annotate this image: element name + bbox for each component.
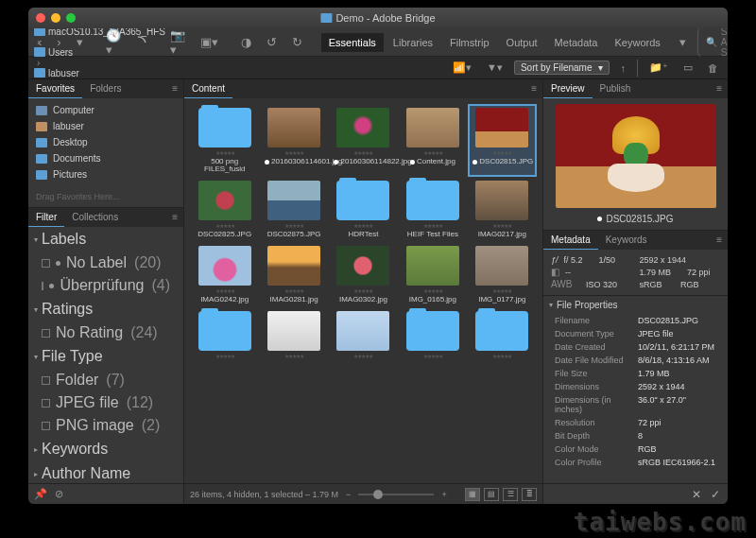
file-properties-header[interactable]: ▾File Properties: [543, 296, 728, 314]
panel-menu-icon[interactable]: ≡: [711, 79, 728, 98]
favorite-item[interactable]: labuser: [28, 118, 183, 134]
filter-item[interactable]: Überprüfung(4): [28, 274, 183, 297]
thumbnail[interactable]: ★★★★★20160306114822.jpg: [331, 106, 396, 175]
thumbnail[interactable]: ★★★★★HDRTest: [331, 179, 396, 240]
metadata-row: Date File Modified8/6/18, 4:13:16 AM: [543, 354, 728, 367]
filter-section-header[interactable]: ▸Author Name: [28, 461, 183, 483]
preview-header: PreviewPublish≡: [543, 79, 728, 98]
panel-tab-filter[interactable]: Filter: [28, 208, 64, 227]
workspace-tab-filmstrip[interactable]: Filmstrip: [442, 33, 497, 52]
workspace-tab-output[interactable]: Output: [499, 33, 545, 52]
preview-filename: DSC02815.JPG: [597, 214, 673, 224]
zoom-out-icon[interactable]: −: [346, 490, 351, 499]
thumbnail[interactable]: ★★★★★IMAG0281.jpg: [261, 244, 326, 305]
thumbnail[interactable]: ★★★★★IMAG0302.jpg: [331, 244, 396, 305]
thumbnail-slider[interactable]: [358, 494, 434, 495]
sort-asc-icon[interactable]: ↑: [617, 61, 630, 76]
clear-icon[interactable]: ⊘: [55, 488, 63, 500]
panel-tab-preview[interactable]: Preview: [543, 79, 593, 98]
thumbnail[interactable]: ★★★★★Content.jpg: [400, 106, 465, 175]
preview-body: DSC02815.JPG: [543, 98, 728, 230]
zoom-in-icon[interactable]: +: [441, 490, 446, 499]
favorite-item[interactable]: Computer: [28, 102, 183, 118]
apply-icon[interactable]: ✓: [711, 488, 720, 501]
thumb-view-icon[interactable]: ▤: [484, 488, 499, 501]
filter-item[interactable]: No Rating(24): [28, 321, 183, 344]
filter-item[interactable]: PNG image(2): [28, 414, 183, 437]
list-view-icon[interactable]: ≣: [522, 488, 537, 501]
zoom-icon[interactable]: [66, 13, 76, 23]
minimize-icon[interactable]: [51, 13, 60, 23]
open-camera-raw-button[interactable]: ◑: [237, 33, 255, 51]
sort-dropdown[interactable]: Sort by Filename▾: [514, 61, 610, 75]
thumbnail[interactable]: ★★★★★: [261, 309, 326, 363]
filter-tool-icon[interactable]: 📶▾: [449, 60, 475, 76]
trash-icon[interactable]: 🗑: [704, 61, 722, 76]
thumbnail[interactable]: ★★★★★IMG_0177.jpg: [470, 244, 535, 305]
close-icon[interactable]: [36, 13, 45, 23]
thumbnail[interactable]: ★★★★★IMAG0242.jpg: [192, 244, 257, 305]
cancel-icon[interactable]: ✕: [692, 488, 701, 501]
rotate-ccw-button[interactable]: ↺: [263, 33, 281, 51]
preview-image[interactable]: [556, 104, 716, 208]
thumbnail[interactable]: ★★★★★: [400, 309, 465, 363]
label-dot-icon: [597, 217, 602, 221]
content-tab[interactable]: Content: [184, 79, 232, 98]
breadcrumb: Computer›macOS10.13_17A365_HFS›Users›lab…: [28, 57, 728, 79]
search-input[interactable]: 🔍 Search Adobe Stock: [697, 24, 728, 61]
thumbnail[interactable]: ★★★★★DSC02815.JPG: [470, 106, 535, 175]
filter-funnel-icon[interactable]: ▼▾: [483, 60, 507, 76]
panel-menu-icon[interactable]: ≡: [166, 79, 183, 98]
filter-item[interactable]: No Label(20): [28, 252, 183, 274]
filter-section-header[interactable]: ▾Ratings: [28, 297, 183, 321]
panel-tab-collections[interactable]: Collections: [64, 208, 126, 227]
thumbnail[interactable]: ★★★★★DSC02825.JPG: [192, 179, 257, 240]
panel-menu-icon[interactable]: ≡: [525, 79, 542, 98]
thumbnail[interactable]: ★★★★★IMAG0217.jpg: [470, 179, 535, 240]
favorite-item[interactable]: Documents: [28, 150, 183, 166]
status-text: 26 items, 4 hidden, 1 selected – 1.79 M: [190, 490, 338, 499]
workspace-tab-libraries[interactable]: Libraries: [386, 33, 440, 52]
file-properties-list: FilenameDSC02815.JPGDocument TypeJPEG fi…: [543, 314, 728, 469]
thumbnail[interactable]: ★★★★★: [192, 309, 257, 363]
content-body[interactable]: ★★★★★500 png FILES_fusid★★★★★20160306114…: [184, 98, 542, 483]
panel-tab-metadata[interactable]: Metadata: [543, 231, 598, 250]
breadcrumb-item[interactable]: labuser: [34, 68, 165, 78]
workspace-tab-keywords[interactable]: Keywords: [607, 33, 667, 52]
filter-section-header[interactable]: ▾File Type: [28, 344, 183, 369]
workspace-dropdown[interactable]: ▾: [676, 33, 690, 51]
new-folder-icon[interactable]: 📁⁺: [645, 60, 672, 76]
thumbnail[interactable]: ★★★★★: [331, 309, 396, 363]
refine-button[interactable]: ▣▾: [197, 33, 222, 51]
workspace-tab-metadata[interactable]: Metadata: [547, 33, 606, 52]
metadata-row: Date Created10/2/11, 6:21:17 PM: [543, 340, 728, 354]
workspace-tab-essentials[interactable]: Essentials: [321, 33, 384, 52]
favorite-item[interactable]: Desktop: [28, 134, 183, 150]
details-view-icon[interactable]: ☰: [503, 488, 518, 501]
panel-menu-icon[interactable]: ≡: [711, 231, 728, 250]
open-recent-icon[interactable]: ▭: [679, 60, 696, 76]
thumbnail[interactable]: ★★★★★: [470, 309, 535, 363]
filter-section-header[interactable]: ▾Labels: [28, 227, 183, 252]
thumbnail[interactable]: ★★★★★IMG_0165.jpg: [400, 244, 465, 305]
thumbnail[interactable]: ★★★★★500 png FILES_fusid: [192, 106, 257, 175]
metadata-row: Dimensions2592 x 1944: [543, 380, 728, 393]
grid-view-icon[interactable]: ▦: [465, 488, 480, 501]
breadcrumb-item[interactable]: Users: [34, 47, 165, 58]
panel-tab-publish[interactable]: Publish: [593, 79, 639, 98]
panel-tab-folders[interactable]: Folders: [82, 79, 129, 98]
thumbnail[interactable]: ★★★★★HEIF Test Files: [400, 179, 465, 240]
thumbnail[interactable]: ★★★★★DSC02875.JPG: [261, 179, 326, 240]
filter-item[interactable]: JPEG file(12): [28, 391, 183, 414]
rotate-cw-button[interactable]: ↻: [288, 33, 306, 51]
panel-menu-icon[interactable]: ≡: [166, 208, 183, 227]
filter-section-header[interactable]: ▸Keywords: [28, 437, 183, 461]
pin-icon[interactable]: 📌: [34, 488, 47, 500]
favorite-item[interactable]: Pictures: [28, 166, 183, 182]
thumbnail[interactable]: ★★★★★20160306114601.jpg: [261, 106, 326, 175]
filter-item[interactable]: Folder(7): [28, 369, 183, 391]
get-photos-button[interactable]: 📷▾: [166, 26, 189, 59]
panel-tab-keywords[interactable]: Keywords: [598, 231, 655, 250]
metadata-row: Dimensions (in inches)36.0" x 27.0": [543, 393, 728, 416]
panel-tab-favorites[interactable]: Favorites: [28, 79, 82, 98]
